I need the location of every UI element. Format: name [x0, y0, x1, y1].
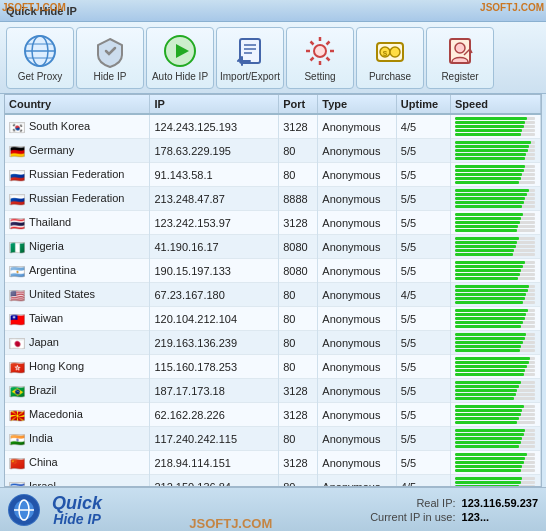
current-ip-row: Current IP in use: 123...: [356, 511, 538, 523]
speed-bar-fill: [455, 321, 523, 324]
cell-uptime: 5/5: [396, 307, 450, 331]
speed-bar: [455, 289, 535, 292]
cell-ip: 67.23.167.180: [150, 283, 279, 307]
table-row[interactable]: 🇳🇬Nigeria41.190.16.178080Anonymous5/5: [5, 235, 541, 259]
country-name: United States: [29, 288, 95, 300]
speed-bar-fill: [455, 273, 520, 276]
speed-bars: [455, 381, 535, 400]
table-row[interactable]: 🇩🇪Germany178.63.229.19580Anonymous5/5: [5, 139, 541, 163]
speed-bar-fill: [455, 393, 516, 396]
cell-type: Anonymous: [318, 307, 397, 331]
cell-port: 80: [279, 355, 318, 379]
cell-type: Anonymous: [318, 235, 397, 259]
cell-country: 🇲🇰Macedonia: [5, 403, 150, 427]
proxy-table: Country IP Port Type Uptime Speed 🇰🇷Sout…: [5, 95, 541, 486]
speed-bar: [455, 469, 535, 472]
country-name: Japan: [29, 336, 59, 348]
table-body: 🇰🇷South Korea124.243.125.1933128Anonymou…: [5, 114, 541, 486]
purchase-button[interactable]: $ Purchase: [356, 27, 424, 89]
speed-bar: [455, 417, 535, 420]
table-row[interactable]: 🇺🇸United States67.23.167.18080Anonymous4…: [5, 283, 541, 307]
table-row[interactable]: 🇮🇱Israel212.150.136.8480Anonymous4/5: [5, 475, 541, 487]
speed-bar-fill: [455, 337, 525, 340]
speed-bar: [455, 365, 535, 368]
cell-uptime: 5/5: [396, 331, 450, 355]
speed-bar-fill: [455, 269, 521, 272]
speed-bar-fill: [455, 349, 520, 352]
table-header-row: Country IP Port Type Uptime Speed: [5, 95, 541, 114]
cell-ip: 187.17.173.18: [150, 379, 279, 403]
speed-bar-fill: [455, 129, 522, 132]
table-row[interactable]: 🇭🇰Hong Kong115.160.178.25380Anonymous5/5: [5, 355, 541, 379]
speed-bar: [455, 477, 535, 480]
get-proxy-button[interactable]: Get Proxy: [6, 27, 74, 89]
table-row[interactable]: 🇨🇳China218.94.114.1513128Anonymous5/5: [5, 451, 541, 475]
cell-speed: [451, 259, 541, 283]
table-row[interactable]: 🇦🇷Argentina190.15.197.1338080Anonymous5/…: [5, 259, 541, 283]
flag-icon: 🇷🇺: [9, 194, 25, 205]
cell-country: 🇹🇭Thailand: [5, 211, 150, 235]
speed-bars: [455, 285, 535, 304]
speed-bar-fill: [455, 309, 528, 312]
table-row[interactable]: 🇲🇰Macedonia62.162.28.2263128Anonymous5/5: [5, 403, 541, 427]
cell-speed: [451, 451, 541, 475]
cell-port: 3128: [279, 403, 318, 427]
cell-type: Anonymous: [318, 259, 397, 283]
speed-bar: [455, 285, 535, 288]
setting-button[interactable]: Setting: [286, 27, 354, 89]
cell-uptime: 5/5: [396, 187, 450, 211]
speed-bar-fill: [455, 125, 524, 128]
import-export-button[interactable]: Import/Export: [216, 27, 284, 89]
speed-bar: [455, 121, 535, 124]
cell-uptime: 5/5: [396, 355, 450, 379]
table-row[interactable]: 🇰🇷South Korea124.243.125.1933128Anonymou…: [5, 114, 541, 139]
table-row[interactable]: 🇷🇺Russian Federation91.143.58.180Anonymo…: [5, 163, 541, 187]
cell-ip: 213.248.47.87: [150, 187, 279, 211]
table-row[interactable]: 🇮🇳India117.240.242.11580Anonymous5/5: [5, 427, 541, 451]
cell-ip: 212.150.136.84: [150, 475, 279, 487]
cell-type: Anonymous: [318, 475, 397, 487]
speed-bar: [455, 481, 535, 484]
table-container[interactable]: Country IP Port Type Uptime Speed 🇰🇷Sout…: [5, 95, 541, 486]
hide-ip-button[interactable]: Hide IP: [76, 27, 144, 89]
table-row[interactable]: 🇧🇷Brazil187.17.173.183128Anonymous5/5: [5, 379, 541, 403]
speed-bar: [455, 217, 535, 220]
speed-bar-fill: [455, 121, 525, 124]
speed-bar-fill: [455, 165, 525, 168]
cell-speed: [451, 283, 541, 307]
flag-icon: 🇺🇸: [9, 290, 25, 301]
speed-bar: [455, 465, 535, 468]
speed-bar-fill: [455, 481, 521, 484]
register-button[interactable]: Register: [426, 27, 494, 89]
speed-bar-fill: [455, 397, 514, 400]
cell-port: 80: [279, 139, 318, 163]
cell-ip: 120.104.212.104: [150, 307, 279, 331]
table-row[interactable]: 🇷🇺Russian Federation213.248.47.878888Ano…: [5, 187, 541, 211]
setting-label: Setting: [304, 71, 335, 83]
table-row[interactable]: 🇹🇭Thailand123.242.153.973128Anonymous5/5: [5, 211, 541, 235]
speed-bar-fill: [455, 253, 513, 256]
auto-hide-ip-button[interactable]: Auto Hide IP: [146, 27, 214, 89]
speed-bar-fill: [455, 277, 518, 280]
cell-uptime: 5/5: [396, 403, 450, 427]
speed-bar-fill: [455, 369, 525, 372]
speed-bar: [455, 313, 535, 316]
cell-speed: [451, 211, 541, 235]
cell-ip: 62.162.28.226: [150, 403, 279, 427]
svg-line-18: [327, 41, 330, 44]
speed-bar-fill: [455, 145, 529, 148]
flag-icon: 🇮🇱: [9, 482, 25, 486]
speed-bar-fill: [455, 341, 523, 344]
import-export-icon: [232, 33, 268, 69]
speed-bar: [455, 325, 535, 328]
cell-ip: 91.143.58.1: [150, 163, 279, 187]
speed-bar: [455, 213, 535, 216]
speed-bar: [455, 141, 535, 144]
speed-bars: [455, 117, 535, 136]
table-row[interactable]: 🇹🇼Taiwan120.104.212.10480Anonymous5/5: [5, 307, 541, 331]
country-name: Taiwan: [29, 312, 63, 324]
speed-bar: [455, 153, 535, 156]
table-row[interactable]: 🇯🇵Japan219.163.136.23980Anonymous5/5: [5, 331, 541, 355]
speed-bar: [455, 433, 535, 436]
svg-text:$: $: [383, 49, 388, 58]
